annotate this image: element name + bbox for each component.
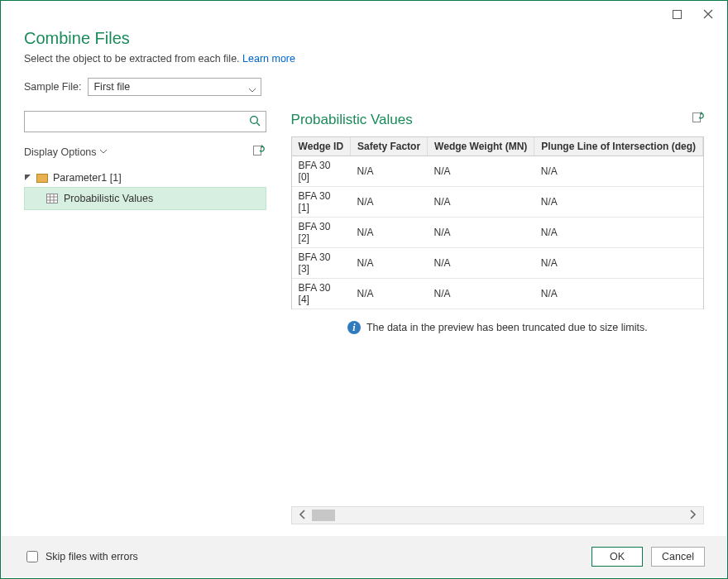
svg-marker-7: [25, 175, 31, 180]
skip-files-checkbox[interactable]: [26, 551, 38, 562]
chevron-down-icon: [100, 150, 107, 155]
table-cell: N/A: [534, 156, 703, 187]
table-cell: N/A: [428, 156, 534, 187]
table-cell: BFA 30 [2]: [292, 218, 351, 248]
table-cell: N/A: [351, 279, 428, 309]
tree-child-label: Probabilistic Values: [64, 193, 153, 204]
sample-file-value: First file: [93, 81, 130, 93]
tree-node-parameter1[interactable]: Parameter1 [1]: [24, 169, 266, 187]
preview-table: Wedge IDSafety FactorWedge Weight (MN)Pl…: [292, 137, 703, 309]
table-cell: N/A: [534, 279, 703, 309]
table-row[interactable]: BFA 30 [3]N/AN/AN/A: [292, 248, 703, 279]
table-cell: N/A: [534, 218, 703, 248]
sample-file-label: Sample File:: [24, 81, 81, 93]
dialog-subtitle: Select the object to be extracted from e…: [24, 53, 704, 65]
preview-table-wrap: Wedge IDSafety FactorWedge Weight (MN)Pl…: [291, 136, 704, 309]
table-cell: N/A: [351, 187, 428, 218]
table-cell: BFA 30 [1]: [292, 187, 351, 218]
column-header[interactable]: Wedge ID: [292, 137, 351, 156]
svg-rect-8: [47, 194, 58, 203]
search-input-wrap: [24, 111, 266, 132]
expand-collapse-icon[interactable]: [24, 172, 31, 184]
table-row[interactable]: BFA 30 [2]N/AN/AN/A: [292, 218, 703, 248]
scroll-right-arrow-icon[interactable]: [685, 509, 700, 522]
dialog-title: Combine Files: [24, 29, 704, 48]
sample-file-select[interactable]: First file: [88, 78, 261, 96]
svg-point-3: [250, 117, 257, 124]
folder-icon: [36, 174, 48, 183]
subtitle-text: Select the object to be extracted from e…: [24, 53, 242, 65]
dialog-footer: Skip files with errors OK Cancel: [2, 536, 726, 577]
svg-line-4: [256, 123, 260, 127]
table-cell: N/A: [534, 187, 703, 218]
search-icon[interactable]: [249, 115, 261, 131]
preview-title: Probabilistic Values: [291, 112, 413, 128]
cancel-button[interactable]: Cancel: [651, 547, 705, 567]
close-button[interactable]: [694, 3, 722, 25]
column-header[interactable]: Wedge Weight (MN): [428, 137, 534, 156]
table-cell: N/A: [351, 156, 428, 187]
maximize-button[interactable]: [663, 3, 691, 25]
table-cell: BFA 30 [3]: [292, 248, 351, 279]
learn-more-link[interactable]: Learn more: [242, 53, 295, 65]
table-cell: N/A: [534, 248, 703, 279]
table-header-row: Wedge IDSafety FactorWedge Weight (MN)Pl…: [292, 137, 703, 156]
display-options-menu[interactable]: Display Options: [24, 146, 107, 158]
search-input[interactable]: [25, 112, 266, 132]
refresh-icon[interactable]: [251, 144, 265, 160]
navigator-tree: Parameter1 [1] Probabilistic Values: [24, 169, 266, 210]
table-cell: N/A: [428, 187, 534, 218]
horizontal-scrollbar[interactable]: [291, 506, 704, 524]
table-cell: BFA 30 [4]: [292, 279, 351, 309]
table-cell: N/A: [428, 279, 534, 309]
chevron-down-icon: [249, 84, 256, 96]
skip-files-checkbox-wrap[interactable]: Skip files with errors: [23, 548, 138, 565]
truncation-text: The data in the preview has been truncat…: [366, 322, 648, 333]
table-cell: N/A: [351, 218, 428, 248]
display-options-label: Display Options: [24, 146, 97, 158]
table-cell: BFA 30 [0]: [292, 156, 351, 187]
scroll-left-arrow-icon[interactable]: [295, 509, 310, 522]
info-icon: i: [347, 321, 361, 334]
svg-rect-0: [673, 10, 681, 18]
column-header[interactable]: Plunge Line of Intersection (deg): [534, 137, 703, 156]
table-row[interactable]: BFA 30 [0]N/AN/AN/A: [292, 156, 703, 187]
table-row[interactable]: BFA 30 [1]N/AN/AN/A: [292, 187, 703, 218]
table-cell: N/A: [428, 248, 534, 279]
tree-parent-label: Parameter1 [1]: [53, 172, 122, 184]
tree-node-probabilistic-values[interactable]: Probabilistic Values: [24, 187, 266, 210]
truncation-notice: i The data in the preview has been trunc…: [291, 321, 704, 334]
table-cell: N/A: [351, 248, 428, 279]
refresh-preview-icon[interactable]: [691, 111, 704, 128]
column-header[interactable]: Safety Factor: [351, 137, 428, 156]
titlebar: [1, 1, 727, 27]
scrollbar-thumb[interactable]: [312, 510, 335, 521]
ok-button[interactable]: OK: [592, 547, 643, 567]
scrollbar-track[interactable]: [310, 510, 685, 521]
table-row[interactable]: BFA 30 [4]N/AN/AN/A: [292, 279, 703, 309]
skip-files-label: Skip files with errors: [46, 551, 138, 562]
table-icon: [46, 194, 58, 203]
table-cell: N/A: [428, 218, 534, 248]
